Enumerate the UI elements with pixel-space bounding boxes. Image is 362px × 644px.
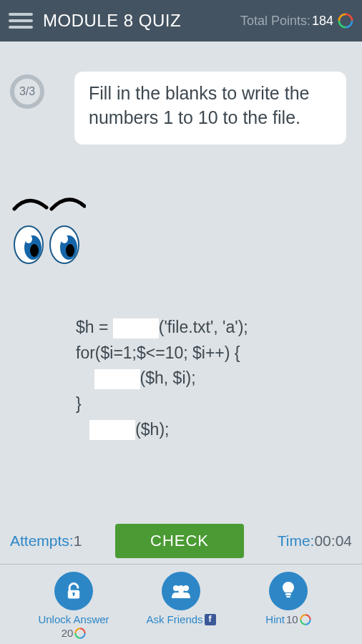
points-label: Total Points: bbox=[240, 14, 310, 29]
code-text: for($i=1;$<=10; $i++) { bbox=[76, 341, 248, 366]
code-text bbox=[76, 420, 89, 439]
hint-button[interactable]: Hint 10 bbox=[249, 572, 328, 644]
facebook-icon: f bbox=[205, 614, 216, 625]
svg-rect-16 bbox=[286, 596, 290, 597]
menu-icon[interactable] bbox=[9, 13, 33, 29]
unlock-label: Unlock Answer bbox=[38, 613, 109, 625]
question-bubble: Fill in the blanks to write the numbers … bbox=[74, 72, 346, 145]
attempts-display: Attempts:1 bbox=[10, 532, 82, 550]
code-block: $h = ('file.txt', 'a'); for($i=1;$<=10; … bbox=[76, 315, 248, 442]
blank-input-3[interactable] bbox=[89, 420, 135, 440]
time-value: 00:04 bbox=[314, 532, 352, 549]
code-text bbox=[76, 369, 94, 387]
swirl-icon bbox=[74, 628, 86, 639]
hint-cost: 10 bbox=[286, 613, 298, 625]
code-text: ($h, $i); bbox=[140, 369, 196, 387]
hint-label: Hint bbox=[265, 613, 285, 625]
question-text: Fill in the blanks to write the numbers … bbox=[89, 83, 309, 127]
svg-point-14 bbox=[177, 585, 185, 592]
svg-point-7 bbox=[25, 235, 32, 243]
svg-point-8 bbox=[61, 235, 68, 243]
header-bar: MODULE 8 QUIZ Total Points: 184 bbox=[0, 0, 362, 42]
points-value: 184 bbox=[312, 14, 333, 29]
eyes-character bbox=[7, 193, 86, 279]
svg-point-6 bbox=[66, 244, 74, 257]
unlock-answer-button[interactable]: Unlock Answer 20 bbox=[34, 572, 113, 644]
code-text: ($h); bbox=[135, 420, 169, 439]
blank-input-1[interactable] bbox=[113, 318, 159, 338]
unlock-cost: 20 bbox=[62, 627, 74, 639]
friends-icon bbox=[170, 581, 192, 601]
progress-text: 3/3 bbox=[19, 85, 35, 98]
svg-point-5 bbox=[30, 244, 39, 257]
swirl-icon bbox=[338, 13, 353, 29]
progress-badge: 3/3 bbox=[10, 74, 44, 109]
footer-bar: Unlock Answer 20 Ask Friends f bbox=[0, 564, 362, 644]
attempts-value: 1 bbox=[74, 532, 82, 549]
svg-rect-15 bbox=[285, 593, 291, 595]
check-button[interactable]: CHECK bbox=[115, 524, 244, 558]
ask-label: Ask Friends bbox=[146, 613, 202, 625]
time-label: Time: bbox=[278, 532, 315, 549]
action-bar: Attempts:1 CHECK Time:00:04 bbox=[0, 524, 362, 558]
blank-input-2[interactable] bbox=[94, 369, 140, 389]
swirl-icon bbox=[300, 614, 311, 625]
code-text: ('file.txt', 'a'); bbox=[159, 318, 248, 336]
attempts-label: Attempts: bbox=[10, 532, 74, 549]
code-text: } bbox=[76, 391, 248, 417]
svg-rect-11 bbox=[73, 594, 74, 597]
unlock-icon bbox=[64, 581, 84, 601]
page-title: MODULE 8 QUIZ bbox=[43, 11, 240, 31]
code-text: $h = bbox=[76, 318, 113, 336]
lightbulb-icon bbox=[280, 580, 297, 602]
time-display: Time:00:04 bbox=[278, 532, 352, 550]
ask-friends-button[interactable]: Ask Friends f bbox=[142, 572, 220, 644]
